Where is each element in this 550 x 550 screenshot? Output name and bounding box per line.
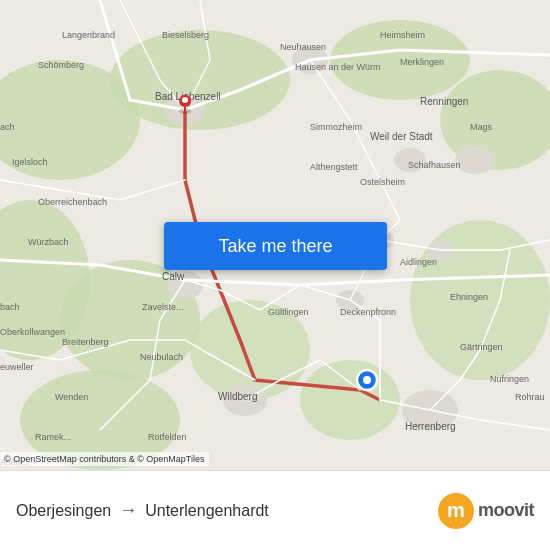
svg-point-62	[182, 97, 188, 103]
svg-text:Bieselsberg: Bieselsberg	[162, 30, 209, 40]
svg-text:Althengstett: Althengstett	[310, 162, 358, 172]
svg-text:Mags: Mags	[470, 122, 493, 132]
svg-text:Herrenberg: Herrenberg	[405, 421, 456, 432]
svg-text:Wenden: Wenden	[55, 392, 88, 402]
route-info: Oberjesingen → Unterlengenhardt	[16, 500, 438, 521]
svg-text:Langenbrand: Langenbrand	[62, 30, 115, 40]
svg-text:Simmozheim: Simmozheim	[310, 122, 362, 132]
destination-label: Unterlengenhardt	[145, 502, 269, 520]
origin-destination: Oberjesingen → Unterlengenhardt	[16, 500, 269, 521]
svg-point-65	[363, 376, 371, 384]
svg-text:Deckenpfronn: Deckenpfronn	[340, 307, 396, 317]
svg-text:Neuhausen: Neuhausen	[280, 42, 326, 52]
svg-point-15	[455, 146, 495, 174]
svg-text:Rotfelden: Rotfelden	[148, 432, 187, 442]
svg-text:Weil der Stadt: Weil der Stadt	[370, 131, 433, 142]
svg-text:Oberkollwangen: Oberkollwangen	[0, 327, 65, 337]
svg-text:Heimsheim: Heimsheim	[380, 30, 425, 40]
arrow-icon: →	[119, 500, 137, 521]
svg-text:Nufringen: Nufringen	[490, 374, 529, 384]
svg-text:Merklingen: Merklingen	[400, 57, 444, 67]
svg-text:ach: ach	[0, 122, 15, 132]
svg-text:euweller: euweller	[0, 362, 34, 372]
take-me-there-button[interactable]: Take me there	[164, 222, 387, 270]
svg-point-10	[300, 360, 400, 440]
svg-text:Schömberg: Schömberg	[38, 60, 84, 70]
svg-text:Rohrau: Rohrau	[515, 392, 545, 402]
map-container: Bad Liebenzell Bieselsberg Langenbrand S…	[0, 0, 550, 470]
map-attribution: © OpenStreetMap contributors & © OpenMap…	[0, 452, 209, 466]
svg-text:Breitenberg: Breitenberg	[62, 337, 109, 347]
svg-text:Zavelste...: Zavelste...	[142, 302, 184, 312]
svg-text:Hausen an der Würm: Hausen an der Würm	[295, 62, 381, 72]
svg-text:Schafhausen: Schafhausen	[408, 160, 461, 170]
svg-text:Aidlingen: Aidlingen	[400, 257, 437, 267]
svg-text:bach: bach	[0, 302, 20, 312]
svg-text:Igelsloch: Igelsloch	[12, 157, 48, 167]
origin-label: Oberjesingen	[16, 502, 111, 520]
svg-text:Ramek...: Ramek...	[35, 432, 71, 442]
svg-text:Ostelsheim: Ostelsheim	[360, 177, 405, 187]
svg-text:Gültlingen: Gültlingen	[268, 307, 309, 317]
svg-text:Ehningen: Ehningen	[450, 292, 488, 302]
svg-text:Würzbach: Würzbach	[28, 237, 69, 247]
moovit-wordmark: moovit	[478, 500, 534, 521]
svg-text:Gärtringen: Gärtringen	[460, 342, 503, 352]
svg-text:Oberreichenbach: Oberreichenbach	[38, 197, 107, 207]
moovit-logo: m moovit	[438, 493, 534, 529]
bottom-bar: Oberjesingen → Unterlengenhardt m moovit	[0, 470, 550, 550]
svg-text:Calw: Calw	[162, 271, 185, 282]
svg-text:Wildberg: Wildberg	[218, 391, 257, 402]
moovit-icon: m	[438, 493, 474, 529]
svg-text:Neubulach: Neubulach	[140, 352, 183, 362]
svg-text:Renningen: Renningen	[420, 96, 468, 107]
